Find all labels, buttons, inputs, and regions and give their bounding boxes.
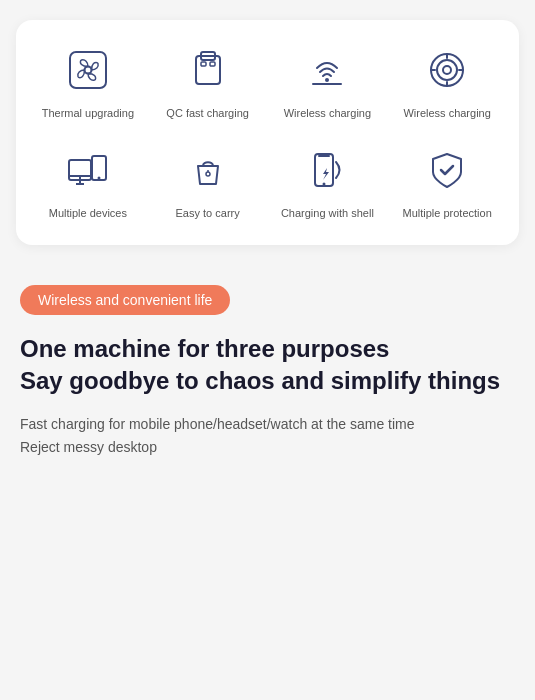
promo-headline-line1: One machine for three purposes <box>20 333 515 365</box>
fan-icon <box>62 44 114 96</box>
promo-headline: One machine for three purposes Say goodb… <box>20 333 515 398</box>
phone-charging-icon <box>301 144 353 196</box>
devices-icon <box>62 144 114 196</box>
wireless-icon <box>301 44 353 96</box>
feature-label-shell: Charging with shell <box>281 206 374 220</box>
feature-label-thermal: Thermal upgrading <box>42 106 134 120</box>
feature-item-wireless1: Wireless charging <box>272 44 384 120</box>
feature-item-carry: Easy to carry <box>152 144 264 220</box>
feature-item-protection: Multiple protection <box>391 144 503 220</box>
bag-icon <box>182 144 234 196</box>
promo-headline-line2: Say goodbye to chaos and simplify things <box>20 365 515 397</box>
feature-item-shell: Charging with shell <box>272 144 384 220</box>
feature-label-devices: Multiple devices <box>49 206 127 220</box>
feature-label-qc: QC fast charging <box>166 106 249 120</box>
promo-description: Fast charging for mobile phone/headset/w… <box>20 413 515 458</box>
feature-label-wireless2: Wireless charging <box>403 106 490 120</box>
shield-icon <box>421 144 473 196</box>
feature-label-carry: Easy to carry <box>176 206 240 220</box>
feature-label-wireless1: Wireless charging <box>284 106 371 120</box>
promo-badge: Wireless and convenient life <box>20 285 230 315</box>
feature-label-protection: Multiple protection <box>402 206 491 220</box>
promo-section: Wireless and convenient life One machine… <box>0 265 535 483</box>
feature-item-qc: QC fast charging <box>152 44 264 120</box>
features-grid: Thermal upgrading QC fast charging Wirel… <box>32 44 503 221</box>
features-card: Thermal upgrading QC fast charging Wirel… <box>16 20 519 245</box>
usb-icon <box>182 44 234 96</box>
feature-item-devices: Multiple devices <box>32 144 144 220</box>
promo-desc-line1: Fast charging for mobile phone/headset/w… <box>20 413 515 435</box>
promo-desc-line2: Reject messy desktop <box>20 436 515 458</box>
feature-item-thermal: Thermal upgrading <box>32 44 144 120</box>
feature-item-wireless2: Wireless charging <box>391 44 503 120</box>
target-icon <box>421 44 473 96</box>
